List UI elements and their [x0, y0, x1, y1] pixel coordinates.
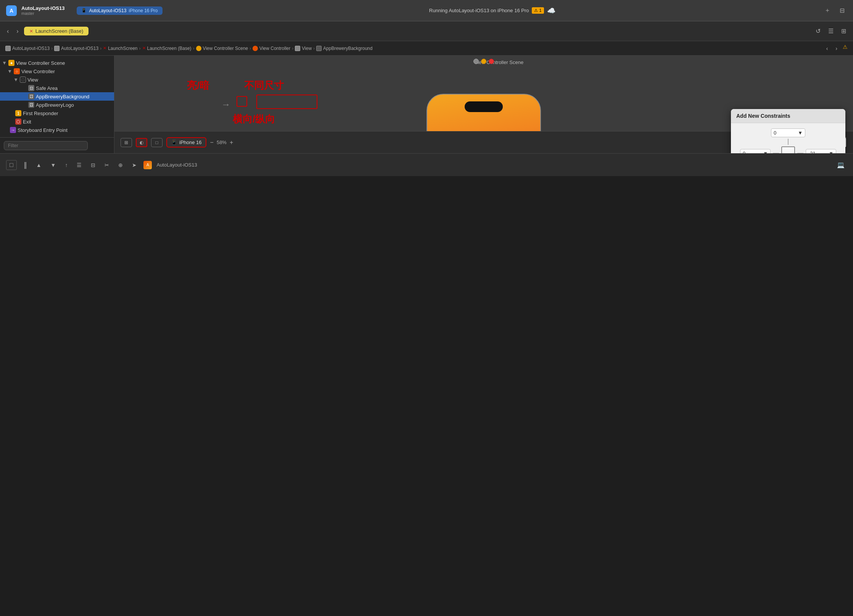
bc-autolayout1[interactable]: AutoLayout-iOS13	[5, 46, 50, 51]
bc-launchscreen-base[interactable]: ✕ LaunchScreen (Base)	[142, 46, 192, 51]
triangle-vc: ▶	[8, 70, 12, 73]
bc-next-button[interactable]: ›	[833, 44, 840, 53]
file-tab[interactable]: ✕ LaunchScreen (Base)	[24, 27, 89, 35]
filter-input[interactable]	[4, 141, 88, 150]
top-value: 0	[774, 130, 776, 136]
view-icon	[295, 46, 300, 51]
constraints-panel: Add New Constraints 0 ▼	[731, 109, 845, 153]
device-selector[interactable]: 📱 iPhone 16	[166, 137, 206, 148]
forward-button[interactable]: ›	[14, 26, 21, 36]
environment-btn[interactable]: □	[151, 138, 163, 147]
appearance-btn[interactable]: ◐	[136, 138, 147, 147]
label-view: View	[27, 77, 38, 83]
layout-button[interactable]: ⊟	[837, 5, 847, 16]
debug-toolbar-8[interactable]: ✂	[102, 160, 111, 170]
constraints-panel-title: Add New Constraints	[736, 113, 790, 119]
debug-toolbar-9[interactable]: ⊕	[116, 160, 125, 170]
bc-sep5: ›	[249, 46, 251, 51]
debug-toolbar-5[interactable]: ↑	[63, 160, 70, 170]
debug-toolbar-4[interactable]: ▼	[48, 160, 58, 170]
label-vc-scene: View Controller Scene	[16, 60, 65, 66]
sidebar-item-view[interactable]: ▶ □ View	[0, 75, 114, 84]
debug-toolbar-1[interactable]: □	[6, 160, 17, 170]
annotation-size: 不同尺寸	[244, 79, 284, 92]
app-title: AutoLayout-iOS13	[21, 5, 64, 11]
refresh-button[interactable]: ↺	[813, 26, 823, 36]
right-value: -21	[808, 151, 816, 154]
right-value-dropdown[interactable]: -21 ▼	[806, 149, 836, 154]
breadcrumb: AutoLayout-iOS13 › AutoLayout-iOS13 › ✕ …	[0, 41, 853, 56]
left-chevron: ▼	[763, 151, 768, 154]
sidebar: ▶ ● View Controller Scene ▶ ○ View Contr…	[0, 56, 114, 137]
running-text: Running AutoLayout-iOS13 on iPhone 16 Pr…	[429, 8, 529, 13]
tab-close-icon[interactable]: ✕	[29, 29, 33, 34]
sidebar-item-bg[interactable]: 🖼 AppBreweryBackground	[0, 92, 114, 101]
debug-toolbar-10[interactable]: ➤	[130, 160, 139, 170]
icon-exit: ⬡	[15, 119, 21, 125]
spacing-middle-row: 0 ▼ -21 ▼	[740, 146, 836, 153]
sidebar-item-safearea[interactable]: ⊡ Safe Area	[0, 84, 114, 92]
zoom-level: 58%	[217, 140, 227, 145]
app-title-block: AutoLayout-iOS13 master	[21, 5, 64, 16]
bc-sep7: ›	[313, 46, 315, 51]
bc-appbrewery[interactable]: AppBreweryBackground	[316, 46, 372, 51]
top-chevron: ▼	[798, 130, 803, 136]
canvas-ctrl-2[interactable]	[481, 59, 486, 64]
red-box-device	[256, 95, 317, 109]
bc-vc-scene[interactable]: View Controller Scene	[196, 46, 248, 51]
debug-toolbar-7[interactable]: ⊟	[89, 160, 98, 170]
connector-top	[788, 139, 789, 145]
debug-device-btn[interactable]: 💻	[835, 160, 847, 170]
label-exit: Exit	[23, 119, 31, 125]
icon-vc: ○	[14, 68, 20, 74]
debug-toolbar-2[interactable]: ‖	[21, 159, 29, 171]
debug-toolbar-6[interactable]: ☰	[74, 160, 84, 170]
sidebar-item-firstresponder[interactable]: 1 First Responder	[0, 109, 114, 117]
device-selector-icon: 📱	[171, 140, 177, 145]
bc-nav-buttons: ‹ › ⚠	[824, 44, 848, 53]
canvas-ctrl-3[interactable]	[489, 59, 494, 64]
constraints-panel-body: 0 ▼ 0 ▼	[731, 123, 845, 153]
debug-bar: □ ‖ ▲ ▼ ↑ ☰ ⊟ ✂ ⊕ ➤ A AutoLayout-iOS13 💻	[0, 153, 853, 176]
top-value-dropdown[interactable]: 0 ▼	[771, 128, 805, 137]
left-value-dropdown[interactable]: 0 ▼	[740, 149, 771, 154]
sidebar-item-logo[interactable]: 🖼 AppBreweryLogo	[0, 101, 114, 109]
label-safearea: Safe Area	[36, 85, 58, 91]
right-chevron: ▼	[829, 151, 834, 154]
list-button[interactable]: ☰	[826, 26, 836, 36]
bc-sep3: ›	[139, 46, 141, 51]
sidebar-item-exit[interactable]: ⬡ Exit	[0, 117, 114, 126]
label-vc: View Controller	[21, 69, 55, 74]
zoom-out-btn[interactable]: −	[210, 139, 214, 146]
zoom-in-btn[interactable]: +	[230, 139, 233, 146]
icon-vc-scene: ●	[8, 60, 14, 66]
storyboard-toggle-btn[interactable]: ⊞	[121, 138, 132, 147]
spacing-grid: 0 ▼ 0 ▼	[736, 128, 840, 153]
debug-app-icon: A	[143, 161, 152, 169]
spacing-top-row: 0 ▼	[771, 128, 805, 137]
constraints-panel-header: Add New Constraints	[731, 109, 845, 123]
device-icon: 📱	[81, 8, 87, 13]
bc-autolayout2[interactable]: AutoLayout-iOS13	[54, 46, 98, 51]
debug-right-tools: 💻	[835, 160, 847, 170]
sidebar-item-vc[interactable]: ▶ ○ View Controller	[0, 67, 114, 75]
debug-toolbar-3[interactable]: ▲	[34, 160, 44, 170]
icon-firstresponder: 1	[15, 110, 21, 116]
canvas-ctrl-1[interactable]	[473, 59, 479, 64]
device-tab[interactable]: 📱 AutoLayout-iOS13 iPhone 16 Pro	[77, 6, 162, 15]
sidebar-item-vc-scene[interactable]: ▶ ● View Controller Scene	[0, 59, 114, 67]
bc-prev-button[interactable]: ‹	[824, 44, 830, 53]
scene-title-text: View Controller Scene	[453, 59, 545, 65]
bc-vc[interactable]: View Controller	[253, 46, 290, 51]
sidebar-item-entry[interactable]: → Storyboard Entry Point	[0, 126, 114, 134]
triangle-vc-scene: ▶	[3, 61, 7, 64]
phone-notch	[465, 101, 503, 112]
bc-launchscreen[interactable]: ✕ LaunchScreen	[103, 46, 137, 51]
sidebar-toggle[interactable]: ⊞	[839, 26, 848, 36]
add-tab-button[interactable]: ＋	[822, 5, 833, 16]
back-button[interactable]: ‹	[5, 26, 11, 36]
bc-view[interactable]: View	[295, 46, 312, 51]
vc-icon	[253, 46, 258, 51]
bc-warning-icon: ⚠	[843, 44, 848, 53]
annotation-orientation: 横向/纵向	[233, 112, 275, 126]
